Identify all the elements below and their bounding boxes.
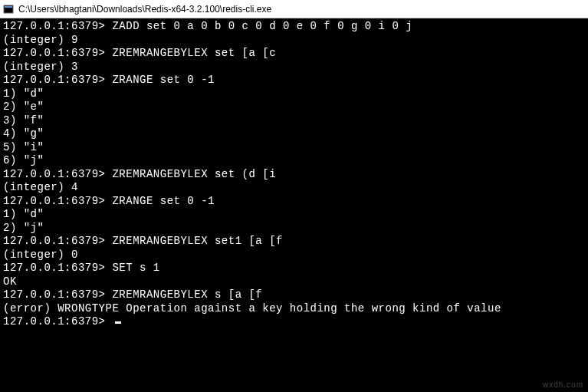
terminal-line: OK bbox=[3, 275, 585, 289]
terminal-line: (integer) 0 bbox=[3, 249, 585, 262]
cursor bbox=[115, 321, 121, 324]
window-title: C:\Users\lbhagtani\Downloads\Redis-x64-3… bbox=[18, 4, 271, 15]
terminal-line: 127.0.0.1:6379> ZREMRANGEBYLEX s [a [f bbox=[3, 288, 585, 302]
terminal-line: 3) "f" bbox=[3, 114, 585, 128]
terminal-output[interactable]: 127.0.0.1:6379> ZADD set 0 a 0 b 0 c 0 d… bbox=[0, 18, 588, 392]
terminal-line: 127.0.0.1:6379> ZADD set 0 a 0 b 0 c 0 d… bbox=[3, 20, 585, 34]
watermark: wxdh.com bbox=[543, 380, 583, 389]
terminal-line: 1) "d" bbox=[3, 208, 585, 222]
terminal-line: 127.0.0.1:6379> ZREMRANGEBYLEX set1 [a [… bbox=[3, 235, 585, 249]
terminal-line: 6) "j" bbox=[3, 154, 585, 168]
terminal-line: 127.0.0.1:6379> ZRANGE set 0 -1 bbox=[3, 74, 585, 87]
terminal-line: (error) WRONGTYPE Operation against a ke… bbox=[3, 302, 585, 316]
terminal-line: 127.0.0.1:6379> ZRANGE set 0 -1 bbox=[3, 195, 585, 209]
app-icon bbox=[3, 4, 14, 15]
terminal-line: (integer) 9 bbox=[3, 34, 585, 48]
terminal-line: (integer) 3 bbox=[3, 61, 585, 74]
terminal-line: 127.0.0.1:6379> ZREMRANGEBYLEX set (d [i bbox=[3, 168, 585, 182]
terminal-line: 4) "g" bbox=[3, 127, 585, 141]
svg-rect-1 bbox=[5, 6, 12, 8]
terminal-line: 2) "e" bbox=[3, 100, 585, 114]
terminal-line: 2) "j" bbox=[3, 222, 585, 236]
terminal-line: (integer) 4 bbox=[3, 181, 585, 195]
terminal-line: 1) "d" bbox=[3, 87, 585, 101]
window-title-bar[interactable]: C:\Users\lbhagtani\Downloads\Redis-x64-3… bbox=[0, 0, 588, 18]
terminal-line: 5) "i" bbox=[3, 141, 585, 155]
terminal-line: 127.0.0.1:6379> ZREMRANGEBYLEX set [a [c bbox=[3, 47, 585, 61]
terminal-line: 127.0.0.1:6379> bbox=[3, 315, 585, 329]
terminal-line: 127.0.0.1:6379> SET s 1 bbox=[3, 262, 585, 275]
